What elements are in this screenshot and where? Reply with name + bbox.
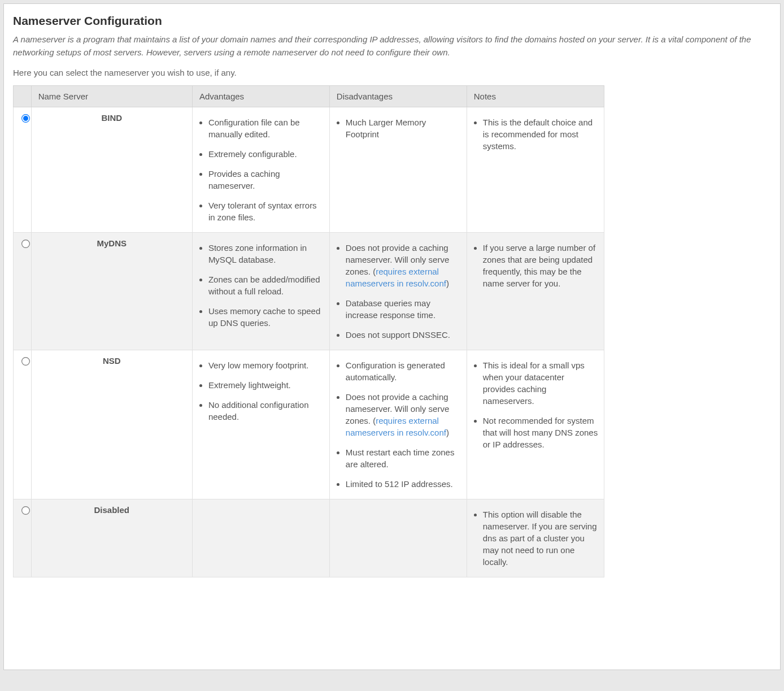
list-item: Limited to 512 IP addresses.	[346, 478, 461, 490]
advantages-cell	[192, 499, 329, 577]
list-item-text: This is the default choice and is recomm…	[483, 118, 593, 151]
list-item-text: If you serve a large number of zones tha…	[483, 243, 595, 288]
list-item-text: Database queries may increase response t…	[346, 298, 435, 320]
disadvantages-list: Does not provide a caching nameserver. W…	[336, 242, 461, 341]
notes-cell: This is ideal for a small vps when your …	[467, 350, 604, 499]
list-item: Configuration is generated automatically…	[346, 359, 461, 383]
disadvantages-cell: Does not provide a caching nameserver. W…	[329, 233, 467, 350]
table-row-disabled: DisabledThis option will disable the nam…	[14, 499, 604, 577]
list-item-text: Extremely lightweight.	[208, 380, 291, 390]
list-item: Not recommended for system that will hos…	[483, 415, 598, 450]
intro-text: A nameserver is a program that maintains…	[13, 33, 771, 59]
nameserver-name: Disabled	[31, 499, 192, 577]
list-item: Stores zone information in MySQL databas…	[208, 242, 324, 266]
advantages-list: Very low memory footprint.Extremely ligh…	[198, 359, 324, 423]
list-item: Extremely configurable.	[208, 148, 324, 160]
list-item-text: Not recommended for system that will hos…	[483, 416, 598, 449]
notes-list: If you serve a large number of zones tha…	[473, 242, 598, 289]
list-item-text: Much Larger Memory Footprint	[346, 118, 426, 139]
disadvantages-list: Much Larger Memory Footprint	[336, 116, 461, 140]
list-item-text: Configuration file can be manually edite…	[208, 118, 300, 139]
nameserver-name: NSD	[31, 350, 192, 499]
list-item-text: Stores zone information in MySQL databas…	[208, 243, 307, 264]
list-item-text: No additional configuration needed.	[208, 400, 309, 421]
nameserver-radio-nsd[interactable]	[21, 357, 30, 366]
list-item-text: Limited to 512 IP addresses.	[346, 479, 453, 489]
nameserver-name: BIND	[31, 107, 192, 233]
radio-cell	[14, 499, 32, 577]
list-item-text: )	[446, 428, 449, 437]
nameserver-radio-bind[interactable]	[21, 114, 30, 123]
header-name: Name Server	[31, 86, 192, 107]
list-item: Configuration file can be manually edite…	[208, 116, 324, 140]
notes-cell: This option will disable the nameserver.…	[467, 499, 604, 577]
table-row-nsd: NSDVery low memory footprint.Extremely l…	[14, 350, 604, 499]
list-item-text: Provides a caching nameserver.	[208, 169, 280, 190]
list-item: Database queries may increase response t…	[346, 297, 461, 321]
table-row-mydns: MyDNSStores zone information in MySQL da…	[14, 233, 604, 350]
list-item-text: This option will disable the nameserver.…	[483, 510, 597, 567]
list-item-text: )	[446, 279, 449, 288]
disadvantages-cell: Configuration is generated automatically…	[329, 350, 467, 499]
list-item: Must restart each time zones are altered…	[346, 446, 461, 470]
list-item-text: Uses memory cache to speed up DNS querie…	[208, 306, 320, 328]
nameserver-radio-mydns[interactable]	[21, 240, 30, 248]
radio-cell	[14, 107, 32, 233]
list-item-text: Very tolerant of syntax errors in zone f…	[208, 201, 317, 222]
table-header-row: Name Server Advantages Disadvantages Not…	[14, 86, 604, 107]
list-item: Zones can be added/modified without a fu…	[208, 273, 324, 297]
list-item: This is the default choice and is recomm…	[483, 116, 598, 152]
nameserver-name: MyDNS	[31, 233, 192, 350]
list-item: Does not support DNSSEC.	[346, 329, 461, 341]
list-item: If you serve a large number of zones tha…	[483, 242, 598, 289]
list-item: Much Larger Memory Footprint	[346, 116, 461, 140]
radio-cell	[14, 350, 32, 499]
header-radio	[14, 86, 32, 107]
advantages-cell: Very low memory footprint.Extremely ligh…	[192, 350, 329, 499]
list-item: Does not provide a caching nameserver. W…	[346, 391, 461, 438]
list-item-text: Configuration is generated automatically…	[346, 360, 445, 382]
list-item-text: Does not support DNSSEC.	[346, 330, 450, 340]
list-item-text: Extremely configurable.	[208, 149, 297, 159]
notes-list: This is ideal for a small vps when your …	[473, 359, 598, 450]
radio-cell	[14, 233, 32, 350]
header-advantages: Advantages	[192, 86, 329, 107]
advantages-cell: Stores zone information in MySQL databas…	[192, 233, 329, 350]
header-notes: Notes	[467, 86, 604, 107]
notes-list: This option will disable the nameserver.…	[473, 509, 598, 568]
nameserver-radio-disabled[interactable]	[21, 506, 30, 515]
list-item: Does not provide a caching nameserver. W…	[346, 242, 461, 289]
list-item: No additional configuration needed.	[208, 399, 324, 423]
list-item: This option will disable the nameserver.…	[483, 509, 598, 568]
list-item-text: Must restart each time zones are altered…	[346, 447, 455, 469]
list-item-text: Very low memory footprint.	[208, 360, 309, 370]
disadvantages-list: Configuration is generated automatically…	[336, 359, 461, 490]
disadvantages-cell	[329, 499, 467, 577]
list-item: This is ideal for a small vps when your …	[483, 359, 598, 407]
nameserver-config-panel: Nameserver Configuration A nameserver is…	[3, 3, 781, 670]
disadvantages-cell: Much Larger Memory Footprint	[329, 107, 467, 233]
list-item-text: Zones can be added/modified without a fu…	[208, 275, 320, 296]
advantages-cell: Configuration file can be manually edite…	[192, 107, 329, 233]
advantages-list: Stores zone information in MySQL databas…	[198, 242, 324, 329]
list-item: Extremely lightweight.	[208, 379, 324, 391]
advantages-list: Configuration file can be manually edite…	[198, 116, 324, 223]
list-item-text: This is ideal for a small vps when your …	[483, 360, 585, 406]
list-item: Uses memory cache to speed up DNS querie…	[208, 305, 324, 329]
notes-cell: This is the default choice and is recomm…	[467, 107, 604, 233]
notes-list: This is the default choice and is recomm…	[473, 116, 598, 152]
nameserver-table: Name Server Advantages Disadvantages Not…	[13, 85, 604, 577]
table-row-bind: BINDConfiguration file can be manually e…	[14, 107, 604, 233]
page-title: Nameserver Configuration	[13, 14, 771, 28]
list-item: Very low memory footprint.	[208, 359, 324, 371]
list-item: Very tolerant of syntax errors in zone f…	[208, 199, 324, 223]
notes-cell: If you serve a large number of zones tha…	[467, 233, 604, 350]
list-item: Provides a caching nameserver.	[208, 168, 324, 192]
header-disadvantages: Disadvantages	[329, 86, 467, 107]
instruction-text: Here you can select the nameserver you w…	[13, 68, 771, 77]
